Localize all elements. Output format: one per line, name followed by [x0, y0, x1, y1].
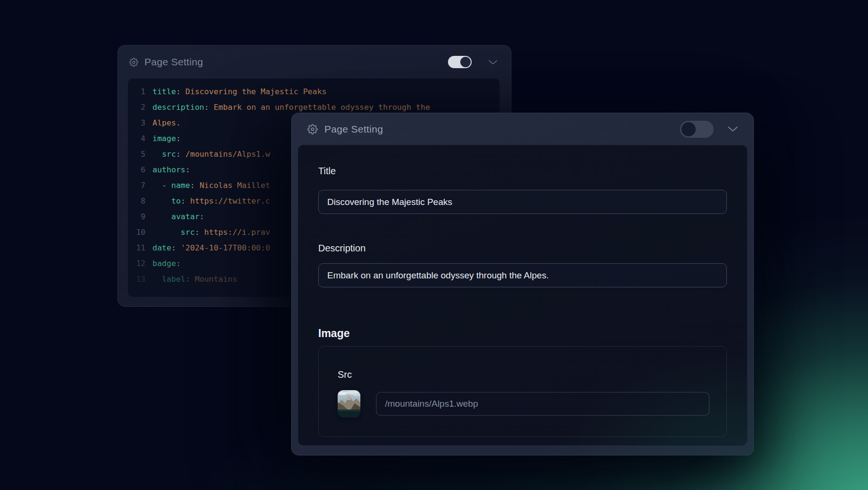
mountain-photo-thumbnail [338, 390, 360, 418]
gear-icon [129, 58, 138, 67]
panel-title: Page Setting [324, 124, 383, 135]
description-label: Description [318, 243, 727, 254]
src-input[interactable]: /mountains/Alps1.webp [376, 392, 709, 416]
front-panel-header: Page Setting [292, 113, 753, 145]
page-setting-form: Title Discovering the Majestic Peaks Des… [298, 145, 747, 445]
title-label: Title [318, 166, 727, 177]
back-panel-header: Page Setting [118, 45, 511, 79]
panel-title: Page Setting [144, 56, 203, 68]
title-input[interactable]: Discovering the Majestic Peaks [318, 190, 727, 214]
code-view-toggle[interactable] [680, 121, 714, 138]
toggle-knob [460, 57, 471, 67]
front-page-setting-panel: Page Setting Title Discoveri [291, 113, 754, 455]
code-view-toggle[interactable] [448, 56, 472, 68]
description-input[interactable]: Embark on an unforgettable odyssey throu… [318, 263, 727, 287]
gear-icon [307, 124, 318, 134]
chevron-down-icon[interactable] [727, 126, 738, 132]
toggle-knob [681, 122, 696, 136]
page-background: Page Setting 1title: Discovering th [0, 0, 868, 490]
code-line: 1title: Discovering the Majestic Peaks [128, 84, 490, 99]
src-label: Src [338, 369, 709, 380]
chevron-down-icon[interactable] [488, 60, 498, 65]
image-section-heading: Image [318, 327, 727, 340]
image-card: Src [318, 346, 727, 437]
